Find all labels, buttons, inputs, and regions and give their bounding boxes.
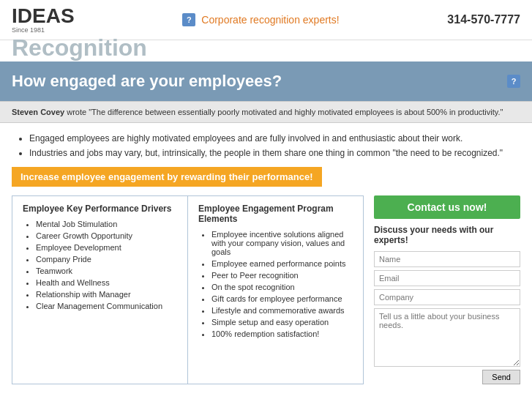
list-item: 100% redemption satisfaction! [211, 329, 353, 338]
message-input[interactable] [374, 308, 520, 367]
hero-section: How engaged are your employees? ? [0, 61, 532, 101]
logo-ideas: IDEAS [12, 6, 75, 26]
main-content: Engaged employees are highly motivated e… [0, 123, 532, 395]
list-item: Career Growth Opportunity [36, 231, 177, 240]
list-item: Industries and jobs may vary, but, intri… [29, 148, 520, 158]
quote-text: "The difference between essentially poor… [89, 108, 503, 116]
left-table-title: Employee Key Performance Drivers [23, 204, 177, 214]
list-item: Health and Wellness [36, 278, 177, 287]
performance-tables: Employee Key Performance Drivers Mental … [12, 195, 364, 384]
list-item: Relationship with Manager [36, 290, 177, 299]
quote-verb: wrote [67, 108, 89, 116]
name-input[interactable] [374, 251, 520, 267]
right-table-title: Employee Engagement Program Elements [198, 204, 353, 224]
hero-info-icon: ? [507, 75, 520, 88]
logo-area: IDEAS Since 1981 [12, 6, 75, 34]
logo-since: Since 1981 [12, 26, 75, 34]
list-item: Employee Development [36, 243, 177, 252]
info-icon: ? [182, 13, 195, 26]
list-item: On the spot recognition [211, 283, 353, 291]
company-input[interactable] [374, 289, 520, 305]
sidebar: Contact us now! Discuss your needs with … [374, 195, 520, 384]
orange-banner: Increase employee engagement by rewardin… [12, 167, 322, 187]
send-button[interactable]: Send [482, 370, 520, 384]
content-row: Employee Key Performance Drivers Mental … [12, 195, 520, 384]
discuss-text: Discuss your needs with our experts! [374, 225, 520, 245]
list-item: Employee incentive solutions aligned wit… [211, 230, 353, 256]
right-table: Employee Engagement Program Elements Emp… [188, 196, 363, 384]
contact-form: Send [374, 251, 520, 384]
left-table: Employee Key Performance Drivers Mental … [12, 196, 188, 384]
bullet-list: Engaged employees are highly motivated e… [12, 133, 520, 158]
right-table-list: Employee incentive solutions aligned wit… [198, 230, 353, 338]
hero-title: How engaged are your employees? [12, 72, 282, 91]
left-table-list: Mental Job StimulationCareer Growth Oppo… [23, 220, 177, 310]
quote-author: Steven Covey [12, 108, 64, 116]
list-item: Lifestyle and commemorative awards [211, 306, 353, 315]
list-item: Mental Job Stimulation [36, 220, 177, 228]
list-item: Employee earned performance points [211, 259, 353, 268]
list-item: Simple setup and easy operation [211, 318, 353, 327]
header-tagline: Corporate recognition experts! [201, 14, 339, 26]
list-item: Peer to Peer recognition [211, 271, 353, 280]
list-item: Clear Management Communication [36, 302, 177, 310]
bullet-section: Engaged employees are highly motivated e… [12, 133, 520, 158]
email-input[interactable] [374, 270, 520, 286]
recognition-bg-text: Recognition [0, 34, 532, 61]
list-item: Teamwork [36, 266, 177, 275]
header-phone: 314-570-7777 [447, 13, 520, 26]
list-item: Company Pride [36, 255, 177, 264]
header-middle: ? Corporate recognition experts! [75, 13, 448, 26]
contact-button[interactable]: Contact us now! [374, 195, 520, 219]
list-item: Gift cards for employee performance [211, 294, 353, 303]
list-item: Engaged employees are highly motivated e… [29, 133, 520, 143]
quote-bar: Steven Covey wrote "The difference betwe… [0, 101, 532, 123]
